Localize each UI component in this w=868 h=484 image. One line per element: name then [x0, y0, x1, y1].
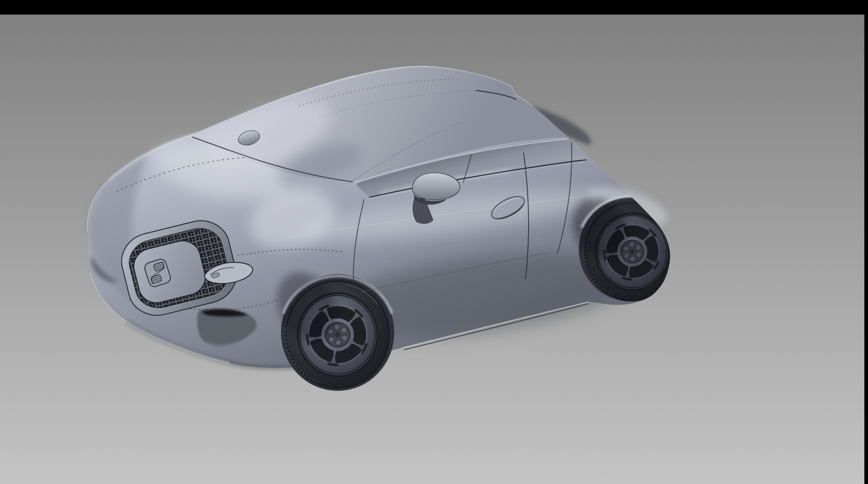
viewport-3d-canvas[interactable]: [0, 0, 868, 484]
letterbox-top-bar: [0, 0, 868, 15]
letterbox-right-strip: [864, 0, 868, 484]
render-screen: [0, 0, 868, 484]
